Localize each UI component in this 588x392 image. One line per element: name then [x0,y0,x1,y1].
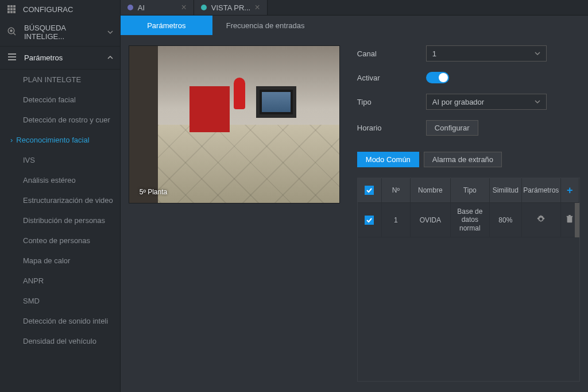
sidebar: CONFIGURAC BÚSQUEDA INTELIGE... Parámetr… [0,0,121,392]
trash-icon[interactable] [566,215,574,225]
sidebar-item-face-body-detection[interactable]: Detección de rostro y cuer [0,110,120,130]
sub-tab-frecuencia[interactable]: Frecuencia de entradas [212,16,319,35]
th-add[interactable]: + [561,178,579,202]
form-row-horario: Horario Configurar [357,120,580,136]
active-arrow-icon: › [10,136,13,144]
td-param[interactable] [522,203,561,237]
tab-dot-icon [201,5,207,10]
th-parametros: Parámetros [522,178,561,202]
sidebar-parameters[interactable]: Parámetros [0,47,120,70]
sidebar-config-header: CONFIGURAC [0,0,120,18]
th-similitud: Similitud [490,178,522,202]
content-area: 5º Planta Canal 1 Activar Tipo AI por gr… [121,35,588,392]
mode-comun-button[interactable]: Modo Común [357,152,419,167]
gear-icon[interactable] [537,215,545,225]
table-header-row: Nº Nombre Tipo Similitud Parámetros + [358,178,579,203]
chevron-down-icon [535,51,540,56]
parameters-label: Parámetros [24,53,63,62]
activar-label: Activar [357,74,426,82]
tab-ai-label: AI [138,3,145,12]
table-body: 1 OVIDA Base de datos normal 80% [358,203,579,381]
mode-buttons: Modo Común Alarma de extraño [357,152,580,167]
sub-tabs: Parámetros Frecuencia de entradas [121,16,588,35]
canal-select[interactable]: 1 [426,45,547,62]
sidebar-item-ivs[interactable]: IVS [0,150,120,170]
plus-icon[interactable]: + [567,185,573,197]
sidebar-item-anpr[interactable]: ANPR [0,271,120,291]
database-table: Nº Nombre Tipo Similitud Parámetros + [357,178,580,382]
sidebar-item-people-count[interactable]: Conteo de personas [0,230,120,251]
form-row-activar: Activar [357,72,580,83]
chevron-up-icon [107,53,113,62]
tab-dot-icon [127,5,133,10]
table-scrollbar[interactable] [575,203,579,381]
sidebar-item-plan[interactable]: PLAN INTELGTE [0,70,120,90]
sidebar-item-video-structure[interactable]: Estructurarización de video [0,190,120,210]
apps-grid-icon [7,5,16,14]
sidebar-item-facial-detection[interactable]: Detección facial [0,90,120,110]
horario-configure-button[interactable]: Configurar [426,120,478,136]
tab-vista[interactable]: VISTA PR... × [194,0,268,15]
smart-search-label: BÚSQUEDA INTELIGE... [24,24,107,41]
td-num: 1 [382,203,411,237]
tipo-label: Tipo [357,98,426,106]
canal-label: Canal [357,49,426,58]
sidebar-item-smd[interactable]: SMD [0,291,120,311]
sidebar-item-vehicle-density[interactable]: Densidad del vehículo [0,331,120,351]
main-panel: AI × VISTA PR... × Parámetros Frecuencia… [121,0,588,392]
td-tipo: Base de datos normal [451,203,490,237]
scroll-thumb[interactable] [575,203,579,237]
search-lens-icon [7,26,17,39]
sidebar-smart-search[interactable]: BÚSQUEDA INTELIGE... [0,18,120,47]
sidebar-item-sound-detection[interactable]: Detección de sonido inteli [0,311,120,331]
th-num: Nº [382,178,411,202]
settings-panel: Canal 1 Activar Tipo AI por grabador Hor… [357,45,586,382]
tab-close-icon[interactable]: × [181,2,186,13]
td-similitud: 80% [490,203,522,237]
tab-close-icon[interactable]: × [254,2,260,13]
row-checkbox[interactable] [365,216,374,225]
sidebar-item-people-distribution[interactable]: Distribución de personas [0,210,120,230]
camera-preview-panel: 5º Planta [129,45,340,382]
activar-toggle[interactable] [426,72,449,83]
svg-point-1 [10,30,12,32]
td-check[interactable] [358,203,382,237]
tipo-select[interactable]: AI por grabador [426,94,547,110]
checkbox-all[interactable] [365,186,374,195]
table-row: 1 OVIDA Base de datos normal 80% [358,203,579,237]
td-nombre: OVIDA [411,203,451,237]
sub-tab-parametros[interactable]: Parámetros [121,16,212,35]
list-icon [7,52,17,64]
form-row-tipo: Tipo AI por grabador [357,94,580,110]
th-tipo: Tipo [451,178,490,202]
camera-overlay-label: 5º Planta [140,188,167,196]
top-tabs: AI × VISTA PR... × [121,0,588,16]
chevron-down-icon [535,99,540,105]
th-select-all[interactable] [358,178,382,202]
horario-label: Horario [357,124,426,132]
th-nombre: Nombre [411,178,451,202]
form-row-canal: Canal 1 [357,45,580,62]
sidebar-item-stereo[interactable]: Análisis estéreo [0,170,120,190]
tab-vista-label: VISTA PR... [211,3,250,12]
tab-ai[interactable]: AI × [121,0,194,15]
config-label: CONFIGURAC [23,5,73,14]
chevron-down-icon [107,28,113,37]
sidebar-item-heatmap[interactable]: Mapa de calor [0,251,120,271]
camera-preview[interactable]: 5º Planta [129,45,340,203]
mode-extrano-button[interactable]: Alarma de extraño [424,152,502,167]
sidebar-item-facial-recognition[interactable]: › Reconocimiento facial [0,130,120,150]
